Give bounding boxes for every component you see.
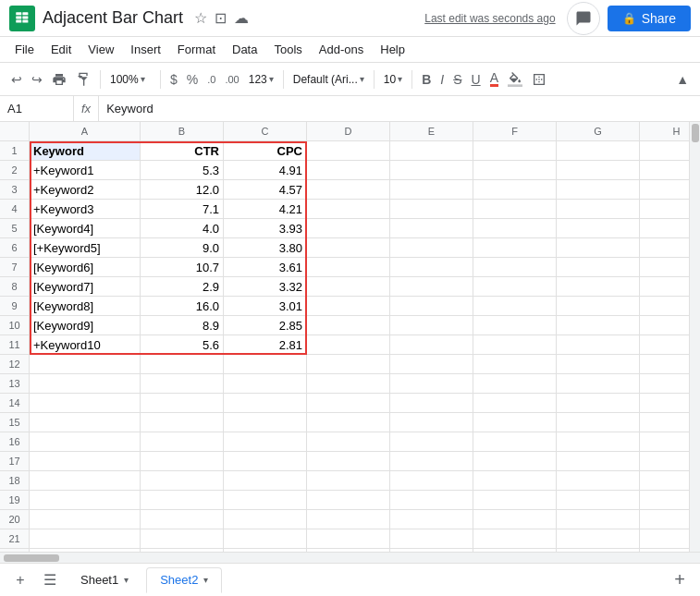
share-button[interactable]: 🔒 Share (608, 6, 691, 31)
cell-1-B[interactable]: CTR (141, 141, 224, 161)
col-header-g[interactable]: G (557, 122, 640, 140)
row-num-14[interactable]: 14 (0, 394, 29, 413)
cell-6-C[interactable]: 3.80 (224, 238, 307, 258)
cell-10-H[interactable] (640, 316, 689, 335)
currency-button[interactable]: $ (166, 70, 181, 89)
cell-2-D[interactable] (307, 161, 390, 180)
cell-11-E[interactable] (390, 335, 473, 355)
cell-1-F[interactable] (473, 141, 557, 161)
cell-21-D[interactable] (307, 529, 390, 549)
menu-edit[interactable]: Edit (43, 41, 79, 58)
cell-6-E[interactable] (390, 238, 473, 258)
cell-6-A[interactable]: [+Keyword5] (30, 238, 141, 258)
zoom-dropdown[interactable]: 100% ▾ (106, 71, 154, 88)
cell-17-G[interactable] (557, 452, 640, 471)
row-num-2[interactable]: 2 (0, 161, 29, 180)
sheet-menu-button[interactable]: ☰ (37, 567, 63, 593)
row-num-6[interactable]: 6 (0, 238, 29, 258)
cell-11-F[interactable] (473, 335, 557, 355)
cell-6-G[interactable] (557, 238, 640, 258)
cell-17-C[interactable] (224, 452, 307, 471)
cell-9-A[interactable]: [Keyword8] (30, 297, 141, 316)
cell-21-B[interactable] (141, 529, 224, 549)
cell-4-G[interactable] (557, 200, 640, 219)
col-header-a[interactable]: A (30, 122, 141, 140)
cell-20-D[interactable] (307, 510, 390, 529)
cell-18-D[interactable] (307, 471, 390, 491)
formula-content[interactable]: Keyword (99, 102, 700, 116)
cell-9-H[interactable] (640, 297, 689, 316)
col-header-b[interactable]: B (141, 122, 224, 140)
cell-15-F[interactable] (473, 413, 557, 432)
cell-15-H[interactable] (640, 413, 689, 432)
cell-14-H[interactable] (640, 394, 689, 413)
cell-12-H[interactable] (640, 355, 689, 374)
cloud-icon[interactable]: ☁ (234, 9, 249, 27)
cell-8-D[interactable] (307, 277, 390, 297)
cell-12-C[interactable] (224, 355, 307, 374)
cell-1-H[interactable] (640, 141, 689, 161)
cell-16-E[interactable] (390, 432, 473, 452)
cell-12-G[interactable] (557, 355, 640, 374)
cell-9-E[interactable] (390, 297, 473, 316)
cell-13-E[interactable] (390, 374, 473, 394)
cell-16-B[interactable] (141, 432, 224, 452)
cell-15-C[interactable] (224, 413, 307, 432)
cell-3-G[interactable] (557, 180, 640, 200)
decimal-decrease-button[interactable]: .0 (203, 72, 219, 87)
row-num-12[interactable]: 12 (0, 355, 29, 374)
cell-18-E[interactable] (390, 471, 473, 491)
cell-15-A[interactable] (30, 413, 141, 432)
cell-8-B[interactable]: 2.9 (141, 277, 224, 297)
menu-insert[interactable]: Insert (123, 41, 168, 58)
cell-14-D[interactable] (307, 394, 390, 413)
cell-11-C[interactable]: 2.81 (224, 335, 307, 355)
cell-15-G[interactable] (557, 413, 640, 432)
cell-15-D[interactable] (307, 413, 390, 432)
cell-10-E[interactable] (390, 316, 473, 335)
cell-6-D[interactable] (307, 238, 390, 258)
cell-4-E[interactable] (390, 200, 473, 219)
cell-4-A[interactable]: +Keyword3 (30, 200, 141, 219)
move-icon[interactable]: ⊡ (215, 9, 227, 27)
cell-14-A[interactable] (30, 394, 141, 413)
cell-3-A[interactable]: +Keyword2 (30, 180, 141, 200)
cell-18-H[interactable] (640, 471, 689, 491)
cell-reference[interactable]: A1 (0, 96, 74, 121)
borders-button[interactable] (528, 70, 550, 89)
strikethrough-button[interactable]: S (449, 70, 465, 89)
cell-9-C[interactable]: 3.01 (224, 297, 307, 316)
print-button[interactable] (48, 70, 70, 89)
cell-18-B[interactable] (141, 471, 224, 491)
cell-2-G[interactable] (557, 161, 640, 180)
cell-12-E[interactable] (390, 355, 473, 374)
cell-10-B[interactable]: 8.9 (141, 316, 224, 335)
cell-14-C[interactable] (224, 394, 307, 413)
cell-20-A[interactable] (30, 510, 141, 529)
cell-13-C[interactable] (224, 374, 307, 394)
cell-22-G[interactable] (557, 549, 640, 552)
cell-19-E[interactable] (390, 491, 473, 510)
cell-5-A[interactable]: [Keyword4] (30, 219, 141, 238)
cell-2-B[interactable]: 5.3 (141, 161, 224, 180)
cell-6-H[interactable] (640, 238, 689, 258)
sheet-tab-sheet1[interactable]: Sheet1 ▾ (67, 567, 142, 593)
cell-20-H[interactable] (640, 510, 689, 529)
comment-button[interactable] (567, 2, 600, 35)
cell-21-A[interactable] (30, 529, 141, 549)
cell-16-F[interactable] (473, 432, 557, 452)
row-num-15[interactable]: 15 (0, 413, 29, 432)
cell-4-C[interactable]: 4.21 (224, 200, 307, 219)
menu-tools[interactable]: Tools (266, 41, 309, 58)
cell-2-E[interactable] (390, 161, 473, 180)
cell-17-D[interactable] (307, 452, 390, 471)
cell-11-D[interactable] (307, 335, 390, 355)
sheet-tab-sheet2[interactable]: Sheet2 ▾ (146, 567, 222, 593)
cell-19-D[interactable] (307, 491, 390, 510)
col-header-d[interactable]: D (307, 122, 390, 140)
redo-button[interactable]: ↪ (28, 70, 46, 89)
cell-20-C[interactable] (224, 510, 307, 529)
cell-17-H[interactable] (640, 452, 689, 471)
underline-button[interactable]: U (468, 70, 485, 89)
cell-2-C[interactable]: 4.91 (224, 161, 307, 180)
